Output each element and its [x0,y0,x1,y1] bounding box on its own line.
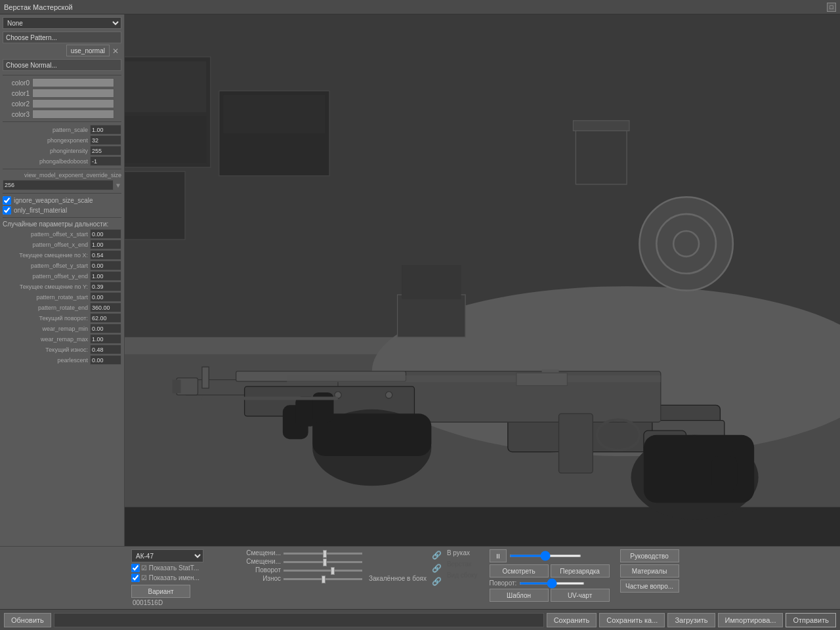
pattern-rotate-end-input[interactable] [90,303,121,312]
current-offset-y-label: Текущее смещение по Y: [3,284,90,290]
view-labels-column: В руках Верстак Вид сбоку [447,549,478,579]
template-button[interactable]: Шаблон [490,589,549,602]
current-offset-y-input[interactable] [90,282,121,291]
color2-swatch[interactable] [32,99,114,108]
offset-y-slider[interactable] [284,561,362,563]
color1-swatch[interactable] [32,89,114,98]
view-size-input[interactable] [3,180,114,190]
rotate-slider[interactable] [284,570,362,572]
rotate-label: Поворот [242,566,281,574]
svg-rect-43 [173,380,181,394]
send-button[interactable]: Отправить [786,613,836,627]
pattern-rotate-start-input[interactable] [90,292,121,302]
choose-normal-button[interactable]: Choose Normal... [3,59,121,71]
pattern-offset-y-start-input[interactable] [90,261,121,270]
titlebar-title: Верстак Мастерской [4,3,73,11]
svg-rect-14 [576,125,627,184]
playback-column: ⏸ Осмотреть Перезарядка Поворот: Шаблон … [490,549,610,602]
wear-slider[interactable] [284,578,362,580]
play-slider[interactable] [509,555,581,557]
load-button[interactable]: Загрузить [667,613,715,627]
pearlescent-input[interactable] [90,355,121,365]
color0-swatch[interactable] [32,78,114,87]
uv-chart-button[interactable]: UV-чарт [551,589,610,602]
weapon-dropdown[interactable]: АК-47 [131,549,203,562]
svg-point-41 [385,392,392,398]
offset-y-slider-row: Смещени... [242,558,427,565]
status-input[interactable] [54,613,544,627]
phongalbedoboost-input[interactable] [90,156,121,166]
use-normal-button[interactable]: use_normal [66,45,110,56]
inspect-button[interactable]: Осмотреть [490,564,549,578]
rotate-slider-play[interactable] [519,582,585,585]
link-icon-2[interactable]: 🔗 [432,564,442,573]
view-model-exponent-label: view_model_exponent_override_size [3,172,121,178]
color1-label: color1 [3,90,32,97]
phongexponent-input[interactable] [90,135,121,145]
current-offset-x-label: Текущее смещение по X: [3,252,90,259]
none-dropdown[interactable]: None [3,17,121,29]
reload-button[interactable]: Перезарядка [551,564,610,578]
svg-rect-28 [202,367,209,388]
materials-button[interactable]: Материалы [620,564,679,578]
wear-remap-min-input[interactable] [90,324,121,333]
svg-rect-3 [125,61,206,112]
only-first-material-checkbox[interactable] [3,206,11,215]
phongexponent-label: phongexponent [3,137,90,144]
svg-rect-17 [402,265,461,299]
current-rotate-input[interactable] [90,313,121,323]
viewport [125,14,840,609]
phongintensity-input[interactable] [90,146,121,156]
update-button[interactable]: Обновить [4,613,51,627]
offset-x-slider[interactable] [284,553,362,555]
pattern-offset-x-end-label: pattern_offset_x_end [3,242,90,248]
color0-label: color0 [3,79,32,87]
variant-button[interactable]: Вариант [131,585,190,598]
bottom-mid-column: Смещени... Смещени... Поворот Износ [242,549,427,582]
view-size-expand-icon[interactable]: ▼ [115,182,121,189]
bottom-area: АК-47 ☑ Показать StatT... ☑ Показать име… [0,546,840,609]
current-wear-input[interactable] [90,345,121,354]
faq-button[interactable]: Частые вопро... [620,579,679,593]
ignore-weapon-size-scale-checkbox[interactable] [3,196,11,205]
guide-button[interactable]: Руководство [620,549,679,562]
close-button[interactable]: □ [827,3,836,12]
show-name-label[interactable]: ☑ Показать имен... [141,574,200,581]
show-name-checkbox[interactable] [131,574,140,582]
rotate-slider-row: Поворот [242,566,427,574]
current-wear-label: Текущий износ: [3,346,90,353]
show-stat-label[interactable]: ☑ Показать StatT... [141,564,199,572]
wear-slider-row: Износ Закалённое в боях [242,575,427,582]
gun-scene-svg [125,14,840,609]
current-rotate-label: Текущий поворот: [3,315,90,322]
color3-swatch[interactable] [32,110,114,119]
pattern-offset-x-end-row: pattern_offset_x_end [3,240,121,249]
pattern-offset-y-end-input[interactable] [90,271,121,281]
svg-rect-27 [558,413,593,473]
svg-rect-39 [516,373,568,385]
save-as-button[interactable]: Сохранить ка... [599,613,665,627]
current-offset-x-input[interactable] [90,250,121,260]
current-rotate-row: Текущий поворот: [3,313,121,323]
ignore-weapon-size-scale-row: ignore_weapon_size_scale [3,196,121,205]
pattern-offset-x-end-input[interactable] [90,240,121,249]
pattern-rotate-start-label: pattern_rotate_start [3,294,90,301]
choose-pattern-button[interactable]: Choose Pattern... [3,32,121,43]
wear-remap-max-input[interactable] [90,334,121,344]
phongintensity-row: phongintensity [3,146,121,156]
pattern-offset-x-start-row: pattern_offset_x_start [3,229,121,239]
import-button[interactable]: Импортирова... [718,613,784,627]
save-button[interactable]: Сохранить [547,613,597,627]
pattern-scale-input[interactable] [90,125,121,135]
show-stat-checkbox[interactable] [131,564,140,572]
link-icon-1[interactable]: 🔗 [432,551,442,560]
link-icon-3[interactable]: 🔗 [432,577,442,586]
phongalbedoboost-row: phongalbedoboost [3,156,121,166]
rotate-btn-label: Поворот: [490,579,517,587]
use-normal-x-icon[interactable]: ✕ [110,47,121,56]
pause-button[interactable]: ⏸ [490,549,507,562]
statusbar: Обновить Сохранить Сохранить ка... Загру… [0,609,840,630]
color2-row: color2 [3,99,121,108]
bottom-left-column: АК-47 ☑ Показать StatT... ☑ Показать име… [131,549,236,606]
pattern-offset-x-start-input[interactable] [90,229,121,239]
